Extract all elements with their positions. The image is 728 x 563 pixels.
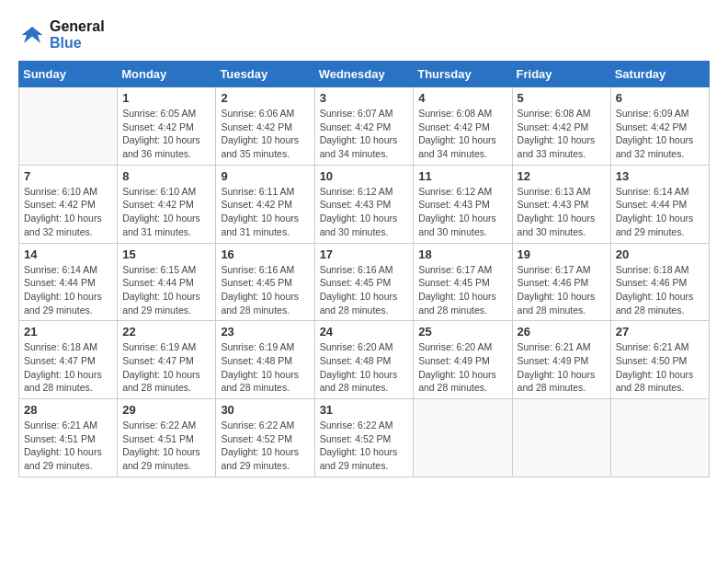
calendar-cell: 2Sunrise: 6:06 AM Sunset: 4:42 PM Daylig… xyxy=(216,87,314,166)
day-info: Sunrise: 6:22 AM Sunset: 4:51 PM Dayligh… xyxy=(122,419,210,473)
day-number: 19 xyxy=(518,247,606,261)
day-number: 22 xyxy=(122,325,210,339)
calendar-header-thursday: Thursday xyxy=(414,62,512,87)
day-number: 6 xyxy=(616,91,704,105)
day-number: 25 xyxy=(418,325,506,339)
day-info: Sunrise: 6:09 AM Sunset: 4:42 PM Dayligh… xyxy=(616,107,704,161)
calendar-header-wednesday: Wednesday xyxy=(314,62,414,87)
calendar-cell: 28Sunrise: 6:21 AM Sunset: 4:51 PM Dayli… xyxy=(19,399,118,477)
day-info: Sunrise: 6:16 AM Sunset: 4:45 PM Dayligh… xyxy=(221,263,309,317)
day-number: 30 xyxy=(221,403,309,417)
day-info: Sunrise: 6:21 AM Sunset: 4:49 PM Dayligh… xyxy=(518,340,606,395)
logo: General Blue xyxy=(18,18,105,52)
day-number: 9 xyxy=(221,169,309,183)
day-number: 12 xyxy=(518,169,606,183)
day-info: Sunrise: 6:20 AM Sunset: 4:48 PM Dayligh… xyxy=(320,340,409,395)
day-info: Sunrise: 6:14 AM Sunset: 4:44 PM Dayligh… xyxy=(24,263,112,317)
calendar-header-sunday: Sunday xyxy=(19,62,118,87)
day-info: Sunrise: 6:08 AM Sunset: 4:42 PM Dayligh… xyxy=(418,107,506,161)
day-info: Sunrise: 6:20 AM Sunset: 4:49 PM Dayligh… xyxy=(418,340,506,395)
day-info: Sunrise: 6:10 AM Sunset: 4:42 PM Dayligh… xyxy=(122,185,210,239)
day-info: Sunrise: 6:21 AM Sunset: 4:51 PM Dayligh… xyxy=(24,419,112,473)
day-info: Sunrise: 6:17 AM Sunset: 4:46 PM Dayligh… xyxy=(518,263,606,317)
day-info: Sunrise: 6:06 AM Sunset: 4:42 PM Dayligh… xyxy=(221,107,309,161)
day-number: 3 xyxy=(320,91,409,105)
day-number: 7 xyxy=(24,169,112,183)
day-number: 28 xyxy=(24,403,112,417)
day-info: Sunrise: 6:17 AM Sunset: 4:45 PM Dayligh… xyxy=(418,263,506,317)
calendar-cell: 26Sunrise: 6:21 AM Sunset: 4:49 PM Dayli… xyxy=(512,321,610,399)
calendar-cell: 1Sunrise: 6:05 AM Sunset: 4:42 PM Daylig… xyxy=(118,87,216,166)
day-number: 23 xyxy=(221,325,309,339)
calendar-header-row: SundayMondayTuesdayWednesdayThursdayFrid… xyxy=(19,62,710,87)
calendar-cell: 27Sunrise: 6:21 AM Sunset: 4:50 PM Dayli… xyxy=(610,321,709,399)
calendar-week-row: 7Sunrise: 6:10 AM Sunset: 4:42 PM Daylig… xyxy=(19,165,710,243)
calendar-cell: 3Sunrise: 6:07 AM Sunset: 4:42 PM Daylig… xyxy=(314,87,414,166)
day-number: 24 xyxy=(320,325,409,339)
day-info: Sunrise: 6:22 AM Sunset: 4:52 PM Dayligh… xyxy=(221,419,309,473)
calendar-cell: 5Sunrise: 6:08 AM Sunset: 4:42 PM Daylig… xyxy=(512,87,610,166)
day-number: 8 xyxy=(122,169,210,183)
calendar-header-saturday: Saturday xyxy=(610,62,709,87)
day-info: Sunrise: 6:19 AM Sunset: 4:48 PM Dayligh… xyxy=(221,340,309,395)
calendar-header-friday: Friday xyxy=(512,62,610,87)
calendar-cell: 21Sunrise: 6:18 AM Sunset: 4:47 PM Dayli… xyxy=(19,321,118,399)
calendar-cell: 14Sunrise: 6:14 AM Sunset: 4:44 PM Dayli… xyxy=(19,243,118,321)
logo-text: General Blue xyxy=(50,18,105,52)
day-number: 5 xyxy=(518,91,606,105)
calendar-cell: 31Sunrise: 6:22 AM Sunset: 4:52 PM Dayli… xyxy=(314,399,414,477)
day-number: 20 xyxy=(616,247,704,261)
day-number: 27 xyxy=(616,325,704,339)
calendar-cell xyxy=(512,399,610,477)
calendar-cell: 30Sunrise: 6:22 AM Sunset: 4:52 PM Dayli… xyxy=(216,399,314,477)
day-info: Sunrise: 6:14 AM Sunset: 4:44 PM Dayligh… xyxy=(616,185,704,239)
day-info: Sunrise: 6:13 AM Sunset: 4:43 PM Dayligh… xyxy=(518,185,606,239)
day-number: 2 xyxy=(221,91,309,105)
calendar-table: SundayMondayTuesdayWednesdayThursdayFrid… xyxy=(18,61,710,477)
day-info: Sunrise: 6:12 AM Sunset: 4:43 PM Dayligh… xyxy=(320,185,409,239)
calendar-cell: 20Sunrise: 6:18 AM Sunset: 4:46 PM Dayli… xyxy=(610,243,709,321)
day-number: 17 xyxy=(320,247,409,261)
svg-marker-0 xyxy=(22,27,43,43)
calendar-cell: 13Sunrise: 6:14 AM Sunset: 4:44 PM Dayli… xyxy=(610,165,709,243)
day-number: 29 xyxy=(122,403,210,417)
day-info: Sunrise: 6:18 AM Sunset: 4:47 PM Dayligh… xyxy=(24,340,112,395)
day-info: Sunrise: 6:07 AM Sunset: 4:42 PM Dayligh… xyxy=(320,107,409,161)
day-info: Sunrise: 6:11 AM Sunset: 4:42 PM Dayligh… xyxy=(221,185,309,239)
calendar-cell: 6Sunrise: 6:09 AM Sunset: 4:42 PM Daylig… xyxy=(610,87,709,166)
calendar-cell: 7Sunrise: 6:10 AM Sunset: 4:42 PM Daylig… xyxy=(19,165,118,243)
calendar-cell: 12Sunrise: 6:13 AM Sunset: 4:43 PM Dayli… xyxy=(512,165,610,243)
day-info: Sunrise: 6:19 AM Sunset: 4:47 PM Dayligh… xyxy=(122,340,210,395)
day-info: Sunrise: 6:10 AM Sunset: 4:42 PM Dayligh… xyxy=(24,185,112,239)
day-info: Sunrise: 6:12 AM Sunset: 4:43 PM Dayligh… xyxy=(418,185,506,239)
day-number: 31 xyxy=(320,403,409,417)
day-number: 18 xyxy=(418,247,506,261)
day-info: Sunrise: 6:22 AM Sunset: 4:52 PM Dayligh… xyxy=(320,419,409,473)
calendar-cell: 9Sunrise: 6:11 AM Sunset: 4:42 PM Daylig… xyxy=(216,165,314,243)
calendar-cell: 10Sunrise: 6:12 AM Sunset: 4:43 PM Dayli… xyxy=(314,165,414,243)
day-number: 11 xyxy=(418,169,506,183)
day-info: Sunrise: 6:21 AM Sunset: 4:50 PM Dayligh… xyxy=(616,340,704,395)
day-info: Sunrise: 6:18 AM Sunset: 4:46 PM Dayligh… xyxy=(616,263,704,317)
calendar-cell: 19Sunrise: 6:17 AM Sunset: 4:46 PM Dayli… xyxy=(512,243,610,321)
calendar-header-tuesday: Tuesday xyxy=(216,62,314,87)
day-info: Sunrise: 6:16 AM Sunset: 4:45 PM Dayligh… xyxy=(320,263,409,317)
header-area: General Blue xyxy=(18,18,710,52)
day-number: 13 xyxy=(616,169,704,183)
day-number: 21 xyxy=(24,325,112,339)
calendar-cell: 11Sunrise: 6:12 AM Sunset: 4:43 PM Dayli… xyxy=(414,165,512,243)
calendar-cell: 23Sunrise: 6:19 AM Sunset: 4:48 PM Dayli… xyxy=(216,321,314,399)
calendar-cell: 15Sunrise: 6:15 AM Sunset: 4:44 PM Dayli… xyxy=(118,243,216,321)
calendar-cell xyxy=(414,399,512,477)
calendar-cell: 18Sunrise: 6:17 AM Sunset: 4:45 PM Dayli… xyxy=(414,243,512,321)
day-number: 26 xyxy=(518,325,606,339)
logo-bird-icon xyxy=(18,21,46,49)
calendar-cell: 22Sunrise: 6:19 AM Sunset: 4:47 PM Dayli… xyxy=(118,321,216,399)
calendar-cell: 24Sunrise: 6:20 AM Sunset: 4:48 PM Dayli… xyxy=(314,321,414,399)
day-info: Sunrise: 6:15 AM Sunset: 4:44 PM Dayligh… xyxy=(122,263,210,317)
calendar-cell xyxy=(19,87,118,166)
calendar-cell: 16Sunrise: 6:16 AM Sunset: 4:45 PM Dayli… xyxy=(216,243,314,321)
calendar-week-row: 28Sunrise: 6:21 AM Sunset: 4:51 PM Dayli… xyxy=(19,399,710,477)
day-number: 15 xyxy=(122,247,210,261)
calendar-week-row: 14Sunrise: 6:14 AM Sunset: 4:44 PM Dayli… xyxy=(19,243,710,321)
